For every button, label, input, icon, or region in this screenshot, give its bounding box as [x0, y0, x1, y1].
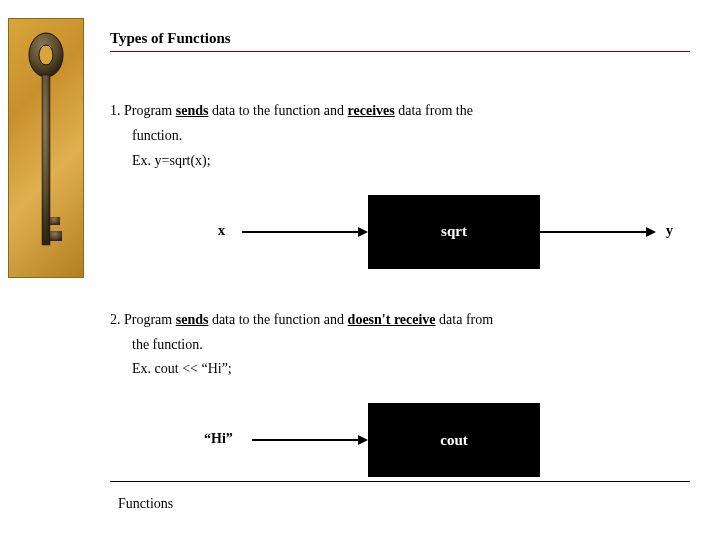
- diag2-arrow-in: [252, 439, 360, 441]
- s1-u1: sends: [176, 103, 209, 118]
- diag1-box-label: sqrt: [441, 223, 467, 240]
- s2-pre: 2. Program: [110, 312, 176, 327]
- section1-line1: 1. Program sends data to the function an…: [110, 102, 700, 121]
- page-title: Types of Functions: [110, 30, 700, 52]
- diag1-arrow-out-head: [646, 227, 656, 237]
- diag1-box: sqrt: [368, 195, 540, 269]
- s2-u1: sends: [176, 312, 209, 327]
- s2-u2: doesn't receive: [348, 312, 436, 327]
- s1-u2: receives: [348, 103, 395, 118]
- section-2: 2. Program sends data to the function an…: [110, 311, 700, 380]
- diag2-box: cout: [368, 403, 540, 477]
- section2-line3: Ex. cout << “Hi”;: [132, 360, 700, 379]
- key-icon: [26, 27, 66, 271]
- diagram-1: x sqrt y: [110, 193, 700, 283]
- footer-rule: [110, 481, 690, 482]
- title-text: Types of Functions: [110, 30, 231, 46]
- svg-rect-2: [42, 75, 50, 245]
- sidebar-key-image: [8, 18, 84, 278]
- diag1-right-label: y: [666, 223, 673, 239]
- diag1-arrow-in: [242, 231, 360, 233]
- s1-mid: data to the function and: [208, 103, 347, 118]
- section1-line3: Ex. y=sqrt(x);: [132, 152, 700, 171]
- s1-pre: 1. Program: [110, 103, 176, 118]
- diagram-2: “Hi” cout: [110, 401, 700, 491]
- diag2-left-label: “Hi”: [204, 431, 233, 447]
- diag2-arrow-in-head: [358, 435, 368, 445]
- section-1: 1. Program sends data to the function an…: [110, 102, 700, 171]
- s2-mid: data to the function and: [208, 312, 347, 327]
- diag1-arrow-in-head: [358, 227, 368, 237]
- footer-label: Functions: [118, 496, 173, 512]
- section2-line2: the function.: [132, 336, 700, 355]
- section2-line1: 2. Program sends data to the function an…: [110, 311, 700, 330]
- svg-rect-4: [50, 231, 62, 241]
- svg-rect-3: [50, 217, 60, 225]
- diag1-left-label: x: [218, 223, 225, 239]
- s2-post: data from: [436, 312, 494, 327]
- svg-point-1: [39, 45, 53, 65]
- section1-line2: function.: [132, 127, 700, 146]
- diag1-arrow-out: [540, 231, 648, 233]
- title-underline: [110, 51, 690, 52]
- diag2-box-label: cout: [440, 432, 468, 449]
- slide-content: Types of Functions 1. Program sends data…: [110, 30, 700, 519]
- s1-post: data from the: [395, 103, 473, 118]
